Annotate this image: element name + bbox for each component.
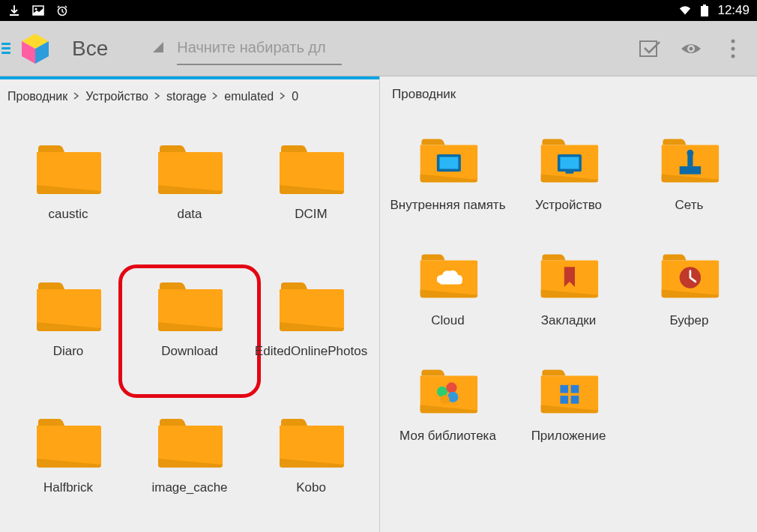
overflow-menu-icon[interactable] bbox=[712, 28, 754, 70]
folder-label: Halfbrick bbox=[43, 480, 93, 495]
breadcrumb-item[interactable]: storage bbox=[166, 90, 206, 103]
folder-label: EditedOnlinePhotos bbox=[255, 344, 367, 359]
svg-point-9 bbox=[732, 39, 735, 43]
folder-icon bbox=[274, 136, 349, 201]
nav-item[interactable]: Cloud bbox=[387, 243, 508, 328]
chevron-right-icon bbox=[280, 91, 286, 102]
folder-item[interactable]: Download bbox=[129, 273, 250, 388]
svg-point-10 bbox=[732, 46, 735, 50]
folder-item[interactable]: data bbox=[129, 136, 250, 251]
nav-item[interactable]: Моя библиотека bbox=[387, 358, 508, 444]
search-input[interactable] bbox=[177, 39, 342, 56]
svg-rect-5 bbox=[703, 4, 706, 6]
search-input-wrap bbox=[177, 32, 342, 65]
nav-label: Сеть bbox=[675, 198, 704, 213]
folder-label: data bbox=[177, 207, 202, 222]
svg-point-23 bbox=[440, 395, 449, 404]
svg-rect-25 bbox=[570, 385, 579, 393]
nav-label: Буфер bbox=[670, 313, 709, 328]
svg-rect-24 bbox=[560, 385, 568, 393]
folder-item[interactable]: Kobo bbox=[250, 410, 372, 525]
chevron-right-icon bbox=[73, 91, 79, 102]
folder-label: DCIM bbox=[295, 207, 327, 222]
internal-icon bbox=[411, 127, 486, 192]
nav-label: Моя библиотека bbox=[399, 429, 496, 444]
folder-icon bbox=[274, 273, 349, 338]
folder-label: Kobo bbox=[296, 480, 326, 495]
status-bar: 12:49 bbox=[0, 0, 757, 21]
nav-label: Cloud bbox=[431, 313, 464, 328]
cloud-icon bbox=[411, 243, 486, 307]
clipboard-icon bbox=[652, 243, 727, 307]
toolbar: Все bbox=[0, 21, 757, 76]
status-time: 12:49 bbox=[717, 3, 750, 18]
dropdown-icon[interactable] bbox=[153, 42, 163, 55]
folder-item[interactable]: DCIM bbox=[250, 136, 372, 251]
battery-icon bbox=[698, 4, 711, 17]
right-pane: Проводник Внутренняя память Устройство С… bbox=[379, 76, 757, 532]
svg-rect-27 bbox=[570, 396, 579, 404]
svg-point-8 bbox=[690, 46, 693, 50]
nav-item[interactable]: Приложение bbox=[508, 358, 629, 444]
folder-icon bbox=[152, 273, 227, 338]
folder-item[interactable]: caustic bbox=[7, 136, 129, 251]
chevron-right-icon bbox=[212, 91, 218, 102]
bookmarks-icon bbox=[531, 243, 606, 307]
nav-item[interactable]: Устройство bbox=[508, 127, 629, 213]
filter-label[interactable]: Все bbox=[72, 37, 108, 61]
svg-rect-4 bbox=[701, 6, 708, 16]
folder-label: image_cache bbox=[151, 480, 227, 495]
nav-label: Приложение bbox=[531, 429, 606, 444]
svg-rect-15 bbox=[560, 157, 579, 169]
nav-item[interactable]: Сеть bbox=[629, 127, 750, 213]
download-icon bbox=[7, 4, 21, 17]
folder-icon bbox=[31, 273, 106, 338]
breadcrumb-item[interactable]: emulated bbox=[224, 90, 274, 103]
wifi-icon bbox=[678, 4, 692, 17]
svg-rect-16 bbox=[565, 172, 573, 174]
nav-label: Закладки bbox=[541, 313, 597, 328]
select-mode-icon[interactable] bbox=[628, 28, 670, 70]
right-pane-title: Проводник bbox=[380, 76, 757, 112]
nav-label: Внутренняя память bbox=[390, 198, 505, 213]
device-icon bbox=[531, 127, 606, 192]
svg-rect-13 bbox=[439, 157, 458, 169]
folder-icon bbox=[152, 410, 227, 474]
breadcrumb-item[interactable]: 0 bbox=[292, 90, 298, 103]
folder-item[interactable]: image_cache bbox=[129, 410, 250, 525]
alarm-icon bbox=[55, 4, 69, 17]
nav-label: Устройство bbox=[535, 198, 602, 213]
svg-point-2 bbox=[35, 8, 37, 10]
library-icon bbox=[411, 358, 486, 423]
folder-icon bbox=[31, 136, 106, 201]
svg-point-11 bbox=[732, 54, 735, 58]
network-icon bbox=[652, 127, 727, 192]
folder-icon bbox=[274, 410, 349, 474]
folder-item[interactable]: Halfbrick bbox=[7, 410, 129, 525]
folder-label: caustic bbox=[49, 207, 88, 222]
nav-item[interactable]: Буфер bbox=[629, 243, 750, 328]
folder-label: Diaro bbox=[53, 344, 84, 359]
image-icon bbox=[31, 4, 45, 17]
svg-point-21 bbox=[446, 382, 456, 393]
folder-item[interactable]: EditedOnlinePhotos bbox=[250, 273, 372, 388]
breadcrumb-item[interactable]: Проводник bbox=[7, 90, 67, 103]
chevron-right-icon bbox=[154, 91, 160, 102]
visibility-icon[interactable] bbox=[670, 28, 712, 70]
folder-icon bbox=[31, 410, 106, 474]
folder-label: Download bbox=[161, 344, 218, 359]
apps-icon bbox=[531, 358, 606, 423]
folder-icon bbox=[152, 136, 227, 201]
nav-item[interactable]: Закладки bbox=[508, 243, 629, 328]
left-pane: ПроводникУстройствоstorageemulated0 caus… bbox=[0, 76, 379, 532]
breadcrumb: ПроводникУстройствоstorageemulated0 bbox=[0, 79, 379, 114]
app-logo-icon[interactable] bbox=[13, 27, 57, 70]
menu-icon[interactable] bbox=[0, 43, 10, 54]
folder-item[interactable]: Diaro bbox=[7, 273, 129, 388]
svg-point-18 bbox=[687, 150, 693, 157]
nav-item[interactable]: Внутренняя память bbox=[387, 127, 508, 213]
svg-rect-26 bbox=[560, 396, 568, 404]
breadcrumb-item[interactable]: Устройство bbox=[85, 90, 148, 103]
